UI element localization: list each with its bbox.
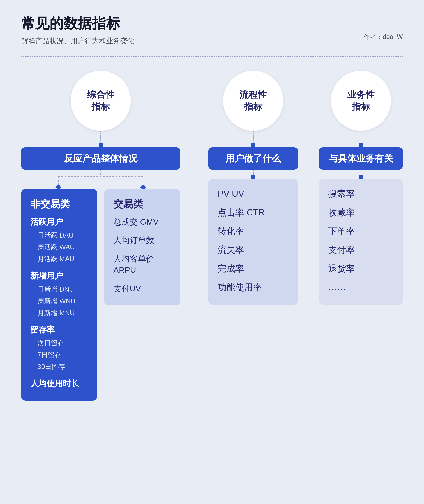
trade-item-1: 人均订单数 <box>113 235 171 246</box>
page-subtitle: 解释产品状况、用户行为和业务变化 <box>21 36 134 46</box>
blue-box-business: 与具体业务有关 <box>319 147 403 170</box>
circle-comprehensive: 综合性 指标 <box>71 71 131 131</box>
circle-business: 业务性 指标 <box>331 71 391 131</box>
blue-box-process: 用户做了什么 <box>208 147 298 170</box>
diagram: 综合性 指标 反应产品整体情况 <box>21 71 403 401</box>
section-retention-title: 留存率 <box>30 324 88 335</box>
vline-3 <box>361 131 361 143</box>
branch-lines <box>21 170 180 189</box>
trade-item-2: 人均客单价 ARPU <box>113 253 171 276</box>
dot-3b <box>359 175 363 179</box>
sub-mau: 月活跃 MAU <box>37 254 88 264</box>
blue-box-comprehensive: 反应产品整体情况 <box>21 147 180 170</box>
sub-wau: 周活跃 WAU <box>37 242 88 252</box>
business-item-1: 收藏率 <box>328 206 394 219</box>
sub-mnu: 月新增 MNU <box>37 308 88 318</box>
business-item-4: 退货率 <box>328 262 394 275</box>
dot-2b <box>251 175 255 179</box>
page-author: 作者：doo_W <box>364 33 403 41</box>
sub-col-non-trade: 非交易类 活跃用户 日活跃 DAU 周活跃 WAU 月活跃 MAU 新增用户 日… <box>21 189 97 401</box>
sub-day1: 次日留存 <box>37 338 88 348</box>
vline-2 <box>253 131 254 143</box>
process-item-2: 转化率 <box>218 225 289 237</box>
business-item-3: 支付率 <box>328 244 394 256</box>
sub-day7: 7日留存 <box>37 350 88 360</box>
card-trade: 交易类 总成交 GMV 人均订单数 人均客单价 ARPU 支付UV <box>104 189 180 305</box>
svg-rect-5 <box>140 184 146 189</box>
sub-cards: 非交易类 活跃用户 日活跃 DAU 周活跃 WAU 月活跃 MAU 新增用户 日… <box>21 189 180 401</box>
card-non-trade: 非交易类 活跃用户 日活跃 DAU 周活跃 WAU 月活跃 MAU 新增用户 日… <box>21 189 97 401</box>
vline-3b <box>361 170 361 175</box>
card-non-trade-title: 非交易类 <box>30 197 88 211</box>
sub-wnu: 周新增 WNU <box>37 296 88 306</box>
business-item-2: 下单率 <box>328 225 394 237</box>
vline-2b <box>253 170 254 175</box>
process-item-3: 流失率 <box>218 244 289 256</box>
header-divider <box>21 56 403 57</box>
process-item-1: 点击率 CTR <box>218 206 289 219</box>
col-comprehensive: 综合性 指标 反应产品整体情况 <box>21 71 180 401</box>
sub-col-trade: 交易类 总成交 GMV 人均订单数 人均客单价 ARPU 支付UV <box>104 189 180 305</box>
dot-3 <box>359 143 363 147</box>
dot-1 <box>99 143 103 147</box>
trade-item-3: 支付UV <box>113 283 171 294</box>
card-business: 搜索率 收藏率 下单率 支付率 退货率 …… <box>319 179 403 305</box>
section-duration-title: 人均使用时长 <box>30 378 88 389</box>
col-process: 流程性 指标 用户做了什么 PV UV 点击率 CTR 转化率 流失率 <box>208 71 298 305</box>
sub-dnu: 日新增 DNU <box>37 284 88 294</box>
process-item-4: 完成率 <box>218 262 289 275</box>
trade-item-0: 总成交 GMV <box>113 216 171 227</box>
section-new-title: 新增用户 <box>30 270 88 281</box>
dot-2 <box>251 143 255 147</box>
page-title: 常见的数据指标 <box>21 14 403 33</box>
sub-day30: 30日留存 <box>37 362 88 372</box>
business-item-5: …… <box>328 281 394 293</box>
section-active-title: 活跃用户 <box>30 216 88 227</box>
process-item-0: PV UV <box>218 188 289 200</box>
vline-1 <box>100 131 101 143</box>
svg-rect-4 <box>55 184 61 189</box>
sub-dau: 日活跃 DAU <box>37 230 88 240</box>
card-process: PV UV 点击率 CTR 转化率 流失率 完成率 功能使用率 <box>208 179 298 305</box>
col-business: 业务性 指标 与具体业务有关 搜索率 收藏率 下单率 支付率 <box>319 71 403 305</box>
circle-process: 流程性 指标 <box>223 71 283 131</box>
page-header: 常见的数据指标 解释产品状况、用户行为和业务变化 作者：doo_W <box>21 14 403 46</box>
card-trade-title: 交易类 <box>113 197 171 211</box>
business-item-0: 搜索率 <box>328 188 394 200</box>
process-item-5: 功能使用率 <box>218 281 289 293</box>
